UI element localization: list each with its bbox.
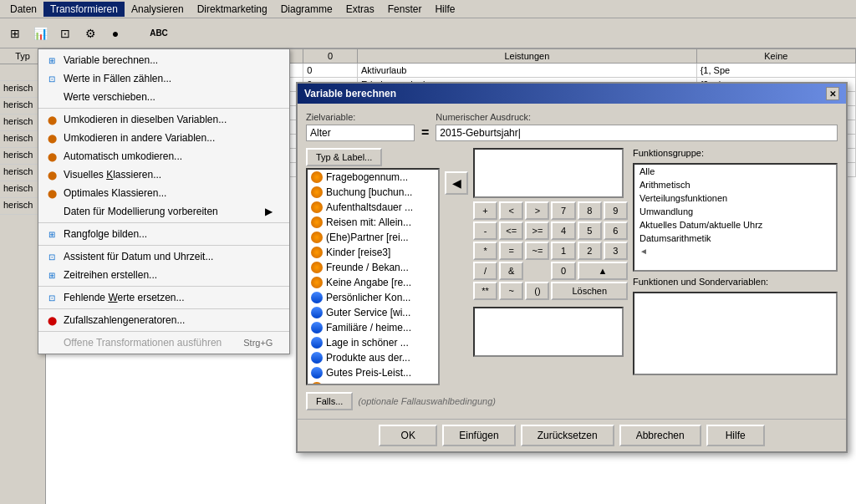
calc-loeschen[interactable]: Löschen: [551, 282, 628, 300]
menu-rangfolge[interactable]: ⊞ Rangfolge bilden...: [38, 225, 289, 243]
menu-fehlende-werte[interactable]: ⊡ Fehlende Werte ersetzen...: [38, 288, 289, 307]
calc-pow[interactable]: **: [473, 282, 497, 300]
calc-not[interactable]: ~: [499, 282, 523, 300]
func-verteilung[interactable]: Verteilungsfunktionen: [634, 191, 836, 205]
menu-werte-zaehlen[interactable]: ⊡ Werte in Fällen zählen...: [38, 69, 289, 88]
func-arithmetisch[interactable]: Arithmetisch: [634, 178, 836, 191]
calc-minus[interactable]: -: [473, 221, 497, 240]
var-item-9[interactable]: Guter Service [wi...: [308, 305, 438, 320]
calc-div[interactable]: /: [473, 262, 497, 280]
funktionsgruppe-listbox[interactable]: Alle Arithmetisch Verteilungsfunktionen …: [633, 163, 838, 272]
menu-fenster[interactable]: Fenster: [381, 2, 429, 17]
calc-ne[interactable]: ~=: [525, 242, 549, 260]
menu-zeitreihen[interactable]: ⊞ Zeitreihen erstellen...: [38, 266, 289, 284]
calc-4[interactable]: 4: [551, 221, 575, 240]
calc-2[interactable]: 2: [578, 242, 602, 260]
menu-datum-uhrzeit[interactable]: ⊡ Assistent für Datum und Uhrzeit...: [38, 247, 289, 266]
var-item-2[interactable]: Aufenthaltsdauer ...: [308, 200, 438, 215]
toolbar-chart-btn[interactable]: 📊: [28, 22, 52, 45]
calc-1[interactable]: 1: [551, 242, 575, 260]
menu-zufallszahlen[interactable]: ⬤ Zufallszahlengeneratoren...: [38, 311, 289, 329]
menu-automatisch-umkodieren[interactable]: ⬤ Automatisch umkodieren...: [38, 147, 289, 165]
falls-button[interactable]: Falls...: [306, 392, 353, 410]
func-umwandlung[interactable]: Umwandlung: [634, 205, 836, 218]
calc-le[interactable]: <=: [499, 221, 523, 240]
calc-plus[interactable]: +: [473, 201, 497, 220]
menu-umkodieren-andere[interactable]: ⬤ Umkodieren in andere Variablen...: [38, 129, 289, 147]
var-icon-chart: [311, 292, 323, 303]
var-item-13[interactable]: Gutes Preis-Leist...: [308, 365, 438, 380]
menu-diagramme[interactable]: Diagramme: [274, 2, 339, 17]
menu-hilfe[interactable]: Hilfe: [428, 2, 461, 17]
var-item-6[interactable]: Freunde / Bekan...: [308, 260, 438, 275]
menu-extras[interactable]: Extras: [339, 2, 381, 17]
calc-parens[interactable]: (): [525, 282, 549, 300]
var-item-5[interactable]: Kinder [reise3]: [308, 245, 438, 260]
var-item-3[interactable]: Reisen mit: Allein...: [308, 215, 438, 230]
menu-umkodieren-selbe[interactable]: ⬤ Umkodieren in dieselben Variablen...: [38, 110, 289, 129]
variable-listbox[interactable]: Fragebogennum... Buchung [buchun... Aufe…: [306, 168, 440, 385]
calc-5[interactable]: 5: [578, 221, 602, 240]
var-item-7[interactable]: Keine Angabe [re...: [308, 275, 438, 290]
type-label-button[interactable]: Typ & Label...: [306, 148, 382, 166]
calc-icon: ⊞: [45, 53, 59, 67]
var-item-1[interactable]: Buchung [buchun...: [308, 185, 438, 200]
calc-up-arrow[interactable]: ▲: [578, 262, 628, 280]
var-item-12[interactable]: Produkte aus der...: [308, 350, 438, 365]
content-row: Typ & Label... Fragebogennum... Buchung …: [306, 148, 838, 385]
auto-icon: ⬤: [45, 150, 59, 163]
var-item-0[interactable]: Fragebogennum...: [308, 170, 438, 185]
toolbar-grid-btn[interactable]: ⊞: [3, 22, 27, 45]
func-datumsarith[interactable]: Datumsarithmetik: [634, 232, 836, 245]
toolbar-data-btn[interactable]: ⊡: [54, 22, 77, 45]
calc-3[interactable]: 3: [604, 242, 628, 260]
toolbar-circle-btn[interactable]: ●: [104, 22, 127, 45]
zuruecksetzen-button[interactable]: Zurücksetzen: [521, 425, 614, 446]
var-icon-orange: [311, 232, 323, 243]
menu-modellierung[interactable]: Daten für Modellierung vorbereiten ▶: [38, 202, 289, 221]
menu-transformieren[interactable]: Transformieren: [43, 2, 125, 17]
numeric-expression-label: Numerischer Ausdruck:: [436, 112, 838, 122]
toolbar-abc-btn[interactable]: ABC: [147, 22, 171, 45]
calc-0[interactable]: 0: [551, 262, 575, 280]
menu-optimales-klassieren[interactable]: ⬤ Optimales Klassieren...: [38, 184, 289, 202]
einfuegen-button[interactable]: Einfügen: [442, 425, 515, 446]
calc-ge[interactable]: >=: [525, 221, 549, 240]
menu-direktmarketing[interactable]: Direktmarketing: [191, 2, 274, 17]
var-icon-chart: [311, 307, 323, 318]
var-icon-chart: [311, 352, 323, 364]
calc-mul[interactable]: *: [473, 242, 497, 260]
menu-analysieren[interactable]: Analysieren: [125, 2, 191, 17]
var-item-14[interactable]: missoffen: [308, 380, 438, 385]
separator-6: [38, 331, 289, 332]
hilfe-button[interactable]: Hilfe: [706, 425, 765, 446]
calc-gt[interactable]: >: [525, 201, 549, 220]
funktionen-listbox[interactable]: [633, 292, 838, 375]
arrow-to-expression-btn[interactable]: ◀: [445, 171, 468, 195]
calc-9[interactable]: 9: [604, 201, 628, 220]
var-item-10[interactable]: Familiäre / heime...: [308, 320, 438, 335]
menu-daten[interactable]: Daten: [3, 2, 43, 17]
toolbar-settings-btn[interactable]: ⚙: [79, 22, 102, 45]
var-item-4[interactable]: (Ehe)Partner [rei...: [308, 230, 438, 245]
func-datum-uhrzeit[interactable]: Aktuelles Datum/aktuelle Uhrz: [634, 218, 836, 232]
main-area: Typ herisch herisch herisch herisch heri…: [0, 48, 856, 504]
menu-variable-berechnen[interactable]: ⊞ Variable berechnen...: [38, 51, 289, 69]
calc-8[interactable]: 8: [578, 201, 602, 220]
random-icon: ⬤: [45, 313, 59, 327]
menu-visuelles-klassieren[interactable]: ⬤ Visuelles Klassieren...: [38, 165, 289, 184]
calc-eq[interactable]: =: [499, 242, 523, 260]
calc-and[interactable]: &: [499, 262, 523, 280]
target-variable-input[interactable]: [306, 125, 415, 141]
menu-werte-verschieben[interactable]: Werte verschieben...: [38, 88, 289, 106]
var-item-8[interactable]: Persönlicher Kon...: [308, 290, 438, 305]
func-alle[interactable]: Alle: [634, 165, 836, 178]
abbrechen-button[interactable]: Abbrechen: [619, 425, 701, 446]
calc-6[interactable]: 6: [604, 221, 628, 240]
calc-7[interactable]: 7: [551, 201, 575, 220]
dialog-close-btn[interactable]: ✕: [826, 87, 839, 100]
ok-button[interactable]: OK: [379, 425, 437, 446]
var-item-11[interactable]: Lage in schöner ...: [308, 335, 438, 350]
numeric-expression-input[interactable]: [436, 125, 838, 141]
calc-lt[interactable]: <: [499, 201, 523, 220]
